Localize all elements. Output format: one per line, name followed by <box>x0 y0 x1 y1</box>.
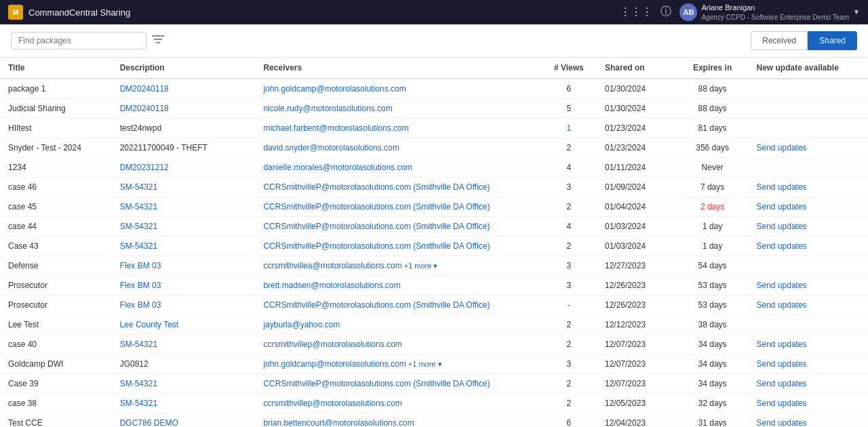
cell-description[interactable]: DM20240118 <box>112 79 256 99</box>
cell-title: Defense <box>0 256 112 276</box>
cell-title: Prosecutor <box>0 296 112 315</box>
cell-new-update[interactable]: Send updates <box>749 276 869 296</box>
filter-icon[interactable] <box>152 35 164 47</box>
cell-expires-in: 32 days <box>677 394 749 413</box>
app-logo: M <box>8 5 23 20</box>
table-row: case 40SM-54321ccrsmithvillep@motorolaso… <box>0 335 868 354</box>
cell-shared-on: 01/30/2024 <box>597 79 677 99</box>
table-body: package 1DM20240118john.goldcamp@motorol… <box>0 79 868 426</box>
cell-title: Judicial Sharing <box>0 99 112 119</box>
cell-description[interactable]: Lee County Test <box>112 315 256 335</box>
user-org: Agency CCPD - Software Enterprise Demo T… <box>701 13 849 22</box>
cell-views: 2 <box>541 394 597 413</box>
table-row: ProsecutorFlex BM 03brett.madsen@motorol… <box>0 276 868 296</box>
cell-title: case 38 <box>0 394 112 413</box>
table-header-row: Title Description Receivers # Views Shar… <box>0 58 868 79</box>
cell-new-update[interactable]: Send updates <box>749 217 869 237</box>
table-row: Test CCEDGC786 DEMObrian.bettencourt@mot… <box>0 413 868 427</box>
cell-expires-in: 34 days <box>677 335 749 354</box>
cell-shared-on: 01/11/2024 <box>597 158 677 178</box>
cell-new-update[interactable]: Send updates <box>749 296 869 315</box>
cell-receivers: john.goldcamp@motorolasolutions.com +1 m… <box>255 354 540 374</box>
cell-views: 3 <box>541 354 597 374</box>
cell-views: 6 <box>541 79 597 99</box>
cell-shared-on: 01/09/2024 <box>597 178 677 197</box>
cell-description[interactable]: SM-54321 <box>112 237 256 256</box>
header-left: M CommandCentral Sharing <box>8 5 130 20</box>
cell-shared-on: 01/03/2024 <box>597 217 677 237</box>
cell-views: 3 <box>541 276 597 296</box>
cell-expires-in: 31 days <box>677 413 749 427</box>
cell-shared-on: 01/23/2024 <box>597 119 677 138</box>
cell-expires-in: 2 days <box>677 197 749 217</box>
cell-receivers: CCRSmithvilleP@motorolasolutions.com (Sm… <box>255 374 540 394</box>
cell-views: 2 <box>541 374 597 394</box>
cell-description[interactable]: SM-54321 <box>112 335 256 354</box>
cell-new-update[interactable]: Send updates <box>749 413 869 427</box>
cell-new-update[interactable]: Send updates <box>749 178 869 197</box>
cell-shared-on: 12/26/2023 <box>597 296 677 315</box>
cell-expires-in: 1 day <box>677 217 749 237</box>
cell-receivers: CCRSmithvilleP@motorolasolutions.com (Sm… <box>255 197 540 217</box>
cell-new-update[interactable]: Send updates <box>749 335 869 354</box>
user-menu[interactable]: AB Ariane Branigan Agency CCPD - Softwar… <box>679 3 860 21</box>
packages-table-container: Title Description Receivers # Views Shar… <box>0 58 868 426</box>
cell-receivers: nicole.rudy@motorolasolutions.com <box>255 99 540 119</box>
cell-description[interactable]: SM-54321 <box>112 217 256 237</box>
tab-shared[interactable]: Shared <box>808 31 857 50</box>
cell-new-update[interactable]: Send updates <box>749 354 869 374</box>
cell-description[interactable]: SM-54321 <box>112 394 256 413</box>
cell-description[interactable]: Flex BM 03 <box>112 296 256 315</box>
cell-new-update[interactable]: Send updates <box>749 394 869 413</box>
cell-receivers: michael.farbent@motorolasolutions.com <box>255 119 540 138</box>
cell-new-update[interactable]: Send updates <box>749 237 869 256</box>
receiver-extra[interactable]: +1 more ▾ <box>406 360 442 368</box>
cell-receivers: brian.bettencourt@motorolasolutions.com <box>255 413 540 427</box>
cell-title: package 1 <box>0 79 112 99</box>
receiver-extra[interactable]: +1 more ▾ <box>402 262 438 270</box>
cell-description[interactable]: DGC786 DEMO <box>112 413 256 427</box>
cell-new-update <box>749 256 869 276</box>
table-row: case 44SM-54321CCRSmithvilleP@motorolaso… <box>0 217 868 237</box>
user-name: Ariane Branigan <box>701 3 849 12</box>
cell-new-update[interactable]: Send updates <box>749 138 869 158</box>
cell-expires-in: 1 day <box>677 237 749 256</box>
cell-receivers: ccrsmithvillea@motorolasolutions.com +1 … <box>255 256 540 276</box>
cell-views[interactable]: 1 <box>541 119 597 138</box>
apps-icon[interactable]: ⋮⋮⋮ <box>620 5 652 18</box>
cell-description: 202211700049 - THEFT <box>112 138 256 158</box>
cell-title: case 44 <box>0 217 112 237</box>
cell-receivers: david.snyder@motorolasolutions.com <box>255 138 540 158</box>
cell-shared-on: 01/30/2024 <box>597 99 677 119</box>
table-row: 1234DM20231212danielle.morales@motorolas… <box>0 158 868 178</box>
cell-shared-on: 12/07/2023 <box>597 354 677 374</box>
cell-title: Case 39 <box>0 374 112 394</box>
search-input[interactable] <box>11 32 146 49</box>
cell-description[interactable]: DM20231212 <box>112 158 256 178</box>
cell-expires-in: Never <box>677 158 749 178</box>
cell-description[interactable]: SM-54321 <box>112 374 256 394</box>
cell-description[interactable]: Flex BM 03 <box>112 276 256 296</box>
svg-text:M: M <box>13 9 18 16</box>
col-header-shared-on: Shared on <box>597 58 677 79</box>
cell-new-update[interactable]: Send updates <box>749 197 869 217</box>
cell-description[interactable]: DM20240118 <box>112 99 256 119</box>
cell-shared-on: 01/23/2024 <box>597 138 677 158</box>
cell-expires-in: 34 days <box>677 374 749 394</box>
cell-views: 5 <box>541 99 597 119</box>
cell-description[interactable]: SM-54321 <box>112 178 256 197</box>
tab-received[interactable]: Received <box>751 31 808 50</box>
cell-description[interactable]: SM-54321 <box>112 197 256 217</box>
info-icon[interactable]: ⓘ <box>660 5 671 19</box>
cell-views: - <box>541 296 597 315</box>
cell-expires-in: 81 days <box>677 119 749 138</box>
col-header-receivers: Receivers <box>255 58 540 79</box>
cell-title: Case 43 <box>0 237 112 256</box>
col-header-views: # Views <box>541 58 597 79</box>
cell-new-update[interactable]: Send updates <box>749 374 869 394</box>
cell-views: 2 <box>541 315 597 335</box>
cell-new-update <box>749 315 869 335</box>
cell-description[interactable]: Flex BM 03 <box>112 256 256 276</box>
cell-views: 4 <box>541 158 597 178</box>
toolbar-left <box>11 32 164 49</box>
